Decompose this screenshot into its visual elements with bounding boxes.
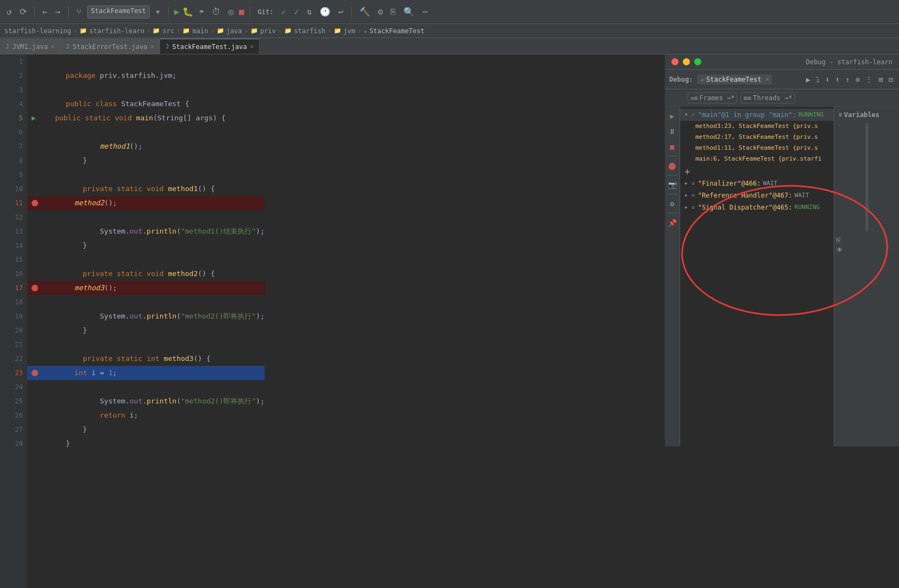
build-icon[interactable]: 🔨 xyxy=(357,5,372,18)
search-icon[interactable]: 🔍 xyxy=(401,5,417,18)
variables-scrollbar[interactable] xyxy=(865,123,869,232)
thread-main-status: RUNNING xyxy=(798,109,823,121)
code-line-23: int i = 1; xyxy=(27,366,265,380)
step-over-icon[interactable]: ⤵ xyxy=(814,74,821,85)
tab-jvm1-close[interactable]: × xyxy=(51,44,54,50)
breadcrumb-starfish[interactable]: starfish xyxy=(294,27,326,35)
resume-icon[interactable]: ▶ xyxy=(804,74,812,85)
git-history-icon[interactable]: 🕐 xyxy=(317,5,333,18)
git-check-icon[interactable]: ✓ xyxy=(292,5,302,18)
settings-icon[interactable]: ⚙ xyxy=(376,5,386,18)
tab-stackerror[interactable]: J StackErrorTest.java × xyxy=(60,39,160,54)
stack-frame-main[interactable]: main:6, StackFeameTest {priv.starfi xyxy=(680,154,834,164)
dropdown-icon[interactable]: ▾ xyxy=(153,5,163,18)
tab-stackerror-close[interactable]: × xyxy=(151,44,154,50)
line-num-27: 27 xyxy=(0,422,27,437)
profile-icon[interactable]: ⏱ xyxy=(210,5,223,18)
breadcrumb-project[interactable]: starfish-learning xyxy=(4,27,71,35)
line-num-1: 1 xyxy=(0,54,27,69)
sidebar-sep-4 xyxy=(667,213,678,213)
step-out-icon[interactable]: ⬆ xyxy=(834,74,841,85)
run-button[interactable]: ▶ xyxy=(174,7,180,17)
git-commit-icon[interactable]: ✓ xyxy=(279,5,289,18)
profile2-icon[interactable]: ◎ xyxy=(226,5,236,18)
camera-btn[interactable]: 📷 xyxy=(665,177,680,192)
breadcrumb: starfish-learning › 📁 starfish-learn › 📁… xyxy=(0,24,899,38)
line-num-2: 2 xyxy=(0,69,27,83)
evaluate-icon[interactable]: ⊕ xyxy=(854,74,861,85)
restore-icon[interactable]: ⊟ xyxy=(887,74,895,85)
frames-button[interactable]: ≡ Frames →* xyxy=(688,93,737,103)
line-num-22: 22 xyxy=(0,352,27,366)
pause-sidebar-btn[interactable]: ⏸ xyxy=(665,124,680,138)
threads-icon: ≡ xyxy=(743,94,751,102)
tab-jvm1[interactable]: J JVM1.java × xyxy=(0,39,60,54)
copy-icon[interactable]: ⎘ xyxy=(388,5,398,18)
thread-finalizer[interactable]: ▸ ≡ "Finalizer"@466: WAIT xyxy=(680,177,834,189)
stop-sidebar-btn[interactable]: ■ xyxy=(665,139,680,154)
debug-label: Debug: xyxy=(669,76,693,83)
tab-stackfeame-close[interactable]: × xyxy=(250,44,254,50)
run-to-cursor-icon[interactable]: ↑ xyxy=(843,74,851,85)
layout-icon[interactable]: ⊞ xyxy=(877,74,884,85)
line-num-11: 11 xyxy=(0,196,27,210)
line-num-3: 3 xyxy=(0,83,27,97)
window-minimize-btn[interactable] xyxy=(683,58,690,65)
git-action1-icon[interactable]: ⇅ xyxy=(304,5,314,18)
breadcrumb-module[interactable]: starfish-learn xyxy=(89,27,144,35)
add-thread-btn[interactable]: + xyxy=(684,166,690,177)
breadcrumb-jvm[interactable]: jvm xyxy=(344,27,356,35)
view-breakpoints-btn[interactable]: ⬤ xyxy=(665,158,680,173)
thread-sigdispatcher[interactable]: ▸ ≡ "Signal Dispatcher"@465: RUNNING xyxy=(680,201,834,213)
window-close-btn[interactable] xyxy=(671,58,678,65)
breadcrumb-java[interactable]: java xyxy=(227,27,242,35)
pin-btn[interactable]: 📌 xyxy=(665,216,680,230)
more-settings-icon[interactable]: ⋮ xyxy=(864,74,874,85)
main-toolbar: ↺ ⟳ ← → ⑂ StackFeameTest ▾ ▶ 🐛 ☂ ⏱ ◎ ■ G… xyxy=(0,0,899,24)
step-into-icon[interactable]: ⬇ xyxy=(823,74,831,85)
separator-2 xyxy=(68,7,69,17)
stack-frame-method2[interactable]: method2:17, StackFeameTest {priv.s xyxy=(680,132,834,143)
code-line-21: private static int method3() { xyxy=(27,338,265,352)
tab-stackfeame[interactable]: J StackFeameTest.java × xyxy=(160,39,260,54)
forward-icon[interactable]: → xyxy=(53,5,63,18)
breadcrumb-class[interactable]: StackFeameTest xyxy=(369,27,424,35)
line-num-20: 20 xyxy=(0,323,27,338)
threads-button[interactable]: ≡ Threads →* xyxy=(741,93,795,103)
project-selector[interactable]: StackFeameTest xyxy=(87,5,150,19)
threads-label: Threads →* xyxy=(753,94,792,102)
tab-stackfeame-icon: J xyxy=(166,43,169,50)
code-wrapper: 1 2 3 4 5 6 7 8 9 10 11 12 13 14 15 16 1… xyxy=(0,54,899,588)
stop-button[interactable]: ■ xyxy=(239,7,244,17)
vcs-icon[interactable]: ⑂ xyxy=(74,5,84,18)
watch-btn[interactable]: 👁 xyxy=(836,246,897,254)
stack-frame-method1[interactable]: method1:11, StackFeameTest {priv.s xyxy=(680,143,834,154)
back-icon[interactable]: ← xyxy=(40,5,50,18)
thread-finalizer-expand-icon: ▸ xyxy=(684,177,688,189)
refresh-icon[interactable]: ↺ xyxy=(4,5,14,18)
stack-frame-method3[interactable]: method3:23, StackFeameTest {priv.s xyxy=(680,121,834,132)
session-tab[interactable]: ☕ StackFeameTest × xyxy=(697,75,772,84)
sync-icon[interactable]: ⟳ xyxy=(17,5,29,18)
more-icon[interactable]: ⋯ xyxy=(420,5,430,18)
copy-variables-btn[interactable]: ⎘ xyxy=(836,236,897,244)
breadcrumb-main[interactable]: main xyxy=(192,27,208,35)
window-maximize-btn[interactable] xyxy=(694,58,701,65)
debug-button[interactable]: 🐛 xyxy=(182,7,193,17)
breadcrumb-priv[interactable]: priv xyxy=(260,27,276,35)
session-close[interactable]: × xyxy=(766,76,769,82)
breadcrumb-class-icon: ☕ xyxy=(364,27,368,34)
git-revert-icon[interactable]: ↩ xyxy=(336,5,346,18)
code-line-3: public class StackFeameTest { xyxy=(27,83,265,97)
line-num-21: 21 xyxy=(0,338,27,352)
thread-refhandler[interactable]: ▸ ≡ "Reference Handler"@467: WAIT xyxy=(680,189,834,201)
line-num-15: 15 xyxy=(0,253,27,267)
thread-main[interactable]: ▾ ✓ "main"@1 in group "main": RUNNING xyxy=(680,109,834,121)
resume-sidebar-btn[interactable]: ▶ xyxy=(665,109,680,123)
settings-sidebar-btn[interactable]: ⚙ xyxy=(665,197,680,211)
separator-4 xyxy=(249,7,250,17)
coverage-icon[interactable]: ☂ xyxy=(197,5,206,18)
breadcrumb-src[interactable]: src xyxy=(162,27,174,35)
thread-sigdispatcher-lines-icon: ≡ xyxy=(692,201,695,213)
line-num-26: 26 xyxy=(0,408,27,422)
